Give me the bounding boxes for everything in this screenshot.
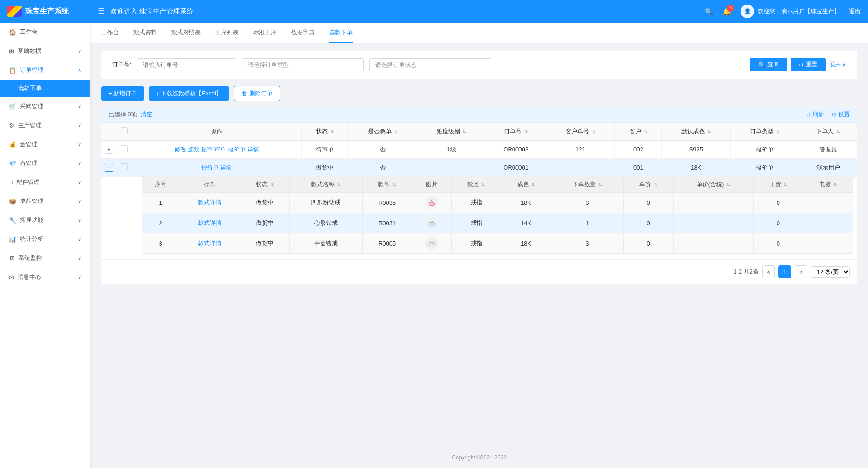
- row1-action-detail[interactable]: 详情: [247, 146, 259, 153]
- row1-action-select[interactable]: 选款: [188, 146, 199, 153]
- svg-marker-1: [430, 200, 434, 203]
- logout-btn[interactable]: 退出: [849, 7, 861, 15]
- col-customer[interactable]: 客户 ⇅: [615, 123, 662, 141]
- delete-order-button[interactable]: 🗑 删除订单: [234, 86, 280, 101]
- order-no-input[interactable]: [137, 58, 236, 71]
- sidebar-item-messages[interactable]: ✉ 消息中心 ∨: [0, 268, 90, 287]
- col-color[interactable]: 默认成色 ⇅: [662, 123, 731, 141]
- sub-row1-style-name: 四爪粉钻戒: [290, 193, 363, 213]
- tab-data-dict[interactable]: 数据字典: [291, 23, 315, 43]
- order-status-select[interactable]: 请选择订单状态: [369, 58, 491, 71]
- clear-selection-btn[interactable]: 清空: [141, 110, 152, 118]
- sidebar-item-parts[interactable]: □ 配件管理 ∨: [0, 173, 90, 192]
- add-order-button[interactable]: + 新增订单: [101, 86, 144, 101]
- row2-expand-cell: −: [101, 159, 117, 177]
- header-menu-icon[interactable]: ☰: [98, 6, 105, 16]
- toolbar-right: ↺ 刷新 ⚙ 设置: [806, 110, 850, 118]
- header-title: 欢迎进入 珠宝生产管理系统: [110, 7, 704, 16]
- sub-col-electroplating[interactable]: 电镀 ⇅: [803, 177, 853, 193]
- tab-process-list[interactable]: 工序列表: [215, 23, 239, 43]
- expand-button[interactable]: 展开 ∨: [829, 58, 846, 71]
- sidebar-item-order[interactable]: 📋 订单管理 ∧: [0, 61, 90, 80]
- row2-action-quote[interactable]: 报价单: [201, 164, 219, 171]
- row1-action-modify[interactable]: 修改: [175, 146, 186, 153]
- sidebar-label-parts: 配件管理: [16, 178, 40, 186]
- tab-standard-process[interactable]: 标准工序: [253, 23, 277, 43]
- parts-icon: □: [9, 179, 13, 186]
- row1-action-submit[interactable]: 提审: [201, 146, 213, 153]
- sub-col-color[interactable]: 成色 ⇅: [501, 177, 551, 193]
- sub-row1-style-detail-btn[interactable]: 款式详情: [198, 199, 222, 206]
- sidebar-item-stats[interactable]: 📊 统计分析 ∨: [0, 230, 90, 249]
- sub-row1-unit-price-tax: [673, 193, 753, 213]
- prev-page-btn[interactable]: <: [762, 265, 775, 278]
- col-customer-no[interactable]: 客户单号 ⇅: [546, 123, 615, 141]
- settings-button[interactable]: ⚙ 设置: [831, 110, 850, 118]
- col-urgent[interactable]: 是否急单 ⇅: [349, 123, 417, 141]
- row1-order-type: 报价单: [731, 141, 799, 159]
- header-right: 🔍 🔔 5 👤 欢迎您，演示用户【珠宝生产】 退出: [704, 5, 861, 18]
- sub-col-fee[interactable]: 工费 ⇅: [753, 177, 803, 193]
- sidebar-item-finished[interactable]: 📦 成品管理 ∨: [0, 192, 90, 211]
- sidebar-item-finance[interactable]: 💰 金管理 ∨: [0, 135, 90, 154]
- chevron-down-icon6: ∨: [78, 180, 81, 185]
- sidebar-item-basic[interactable]: ⊞ 基础数据 ∨: [0, 42, 90, 61]
- page-size-select[interactable]: 12 条/页 20 条/页 50 条/页: [811, 266, 850, 278]
- sub-col-quantity[interactable]: 下单数量 ⇅: [551, 177, 624, 193]
- sidebar-item-purchase[interactable]: 🛒 采购管理 ∨: [0, 97, 90, 116]
- search-icon[interactable]: 🔍: [704, 7, 713, 16]
- tab-workbench[interactable]: 工作台: [101, 23, 119, 43]
- sidebar-item-monitor[interactable]: 🖥 系统监控 ∨: [0, 249, 90, 268]
- col-order-no[interactable]: 订单号 ⇅: [486, 123, 546, 141]
- sidebar-item-select-order[interactable]: 选款下单: [0, 80, 90, 97]
- tab-style-match[interactable]: 款式对照表: [171, 23, 201, 43]
- tab-select-order[interactable]: 选款下单: [329, 23, 353, 43]
- sub-row3-style-detail-btn[interactable]: 款式详情: [198, 240, 222, 246]
- sidebar-item-workbench[interactable]: 🏠 工作台: [0, 23, 90, 42]
- sub-col-style-no[interactable]: 款号 ⇅: [362, 177, 412, 193]
- row1-action-review[interactable]: 审单: [214, 146, 226, 153]
- table-header-row: 操作 状态 ⇅ 是否急单 ⇅ 难度级别 ⇅ 订单号 ⇅ 客户单号 ⇅ 客户 ⇅ …: [101, 123, 857, 141]
- sidebar-item-expand[interactable]: 🔧 拓展功能 ∨: [0, 211, 90, 230]
- col-orderer[interactable]: 下单人 ⇅: [799, 123, 857, 141]
- row1-action-quote[interactable]: 报价单: [228, 146, 245, 153]
- select-all-checkbox[interactable]: [121, 127, 128, 134]
- download-template-button[interactable]: ↓ 下载选款模板【Excel】: [149, 86, 229, 101]
- order-type-select[interactable]: 请选择订单类型: [242, 58, 364, 71]
- sub-row1-electroplating: [803, 193, 853, 213]
- row2-expand-btn[interactable]: −: [105, 164, 113, 172]
- sub-col-unit-price-tax[interactable]: 单价(含税) ⇅: [673, 177, 753, 193]
- sub-row2-action: 款式详情: [179, 213, 240, 233]
- sub-row2-style-detail-btn[interactable]: 款式详情: [198, 219, 222, 226]
- table-row: − 报价单 详情 做货中 否: [101, 159, 857, 177]
- row2-checkbox[interactable]: [121, 163, 128, 170]
- sub-col-category[interactable]: 款类 ⇅: [452, 177, 501, 193]
- col-difficulty[interactable]: 难度级别 ⇅: [417, 123, 486, 141]
- query-button[interactable]: 🔍 查询: [750, 58, 787, 71]
- sidebar-item-stone[interactable]: 💎 石管理 ∨: [0, 154, 90, 173]
- table-row: + 修改 选款 提审: [101, 141, 857, 159]
- table-toolbar: 已选择 0项 清空 ↺ 刷新 ⚙ 设置: [101, 107, 857, 123]
- current-page-btn[interactable]: 1: [778, 265, 791, 278]
- next-page-btn[interactable]: >: [795, 265, 807, 278]
- sub-row3-fee: 0: [753, 233, 803, 254]
- row1-checkbox[interactable]: [121, 145, 128, 152]
- col-status[interactable]: 状态 ⇅: [302, 123, 349, 141]
- sub-table-row: 3 款式详情 做货中 半圆镶戒 R0005: [142, 233, 853, 254]
- refresh-button[interactable]: ↺ 刷新: [806, 110, 824, 118]
- sub-col-status[interactable]: 状态 ⇅: [240, 177, 290, 193]
- layout: 🏠 工作台 ⊞ 基础数据 ∨ 📋 订单管理 ∧ 选款下单 🛒 采购管理 ∨ ⚙ …: [0, 0, 868, 468]
- messages-icon: ✉: [9, 274, 14, 281]
- sidebar-item-production[interactable]: ⚙ 生产管理 ∨: [0, 116, 90, 135]
- sub-col-unit-price[interactable]: 单价 ⇅: [623, 177, 673, 193]
- copyright-text: Copyright ©2021-2023: [452, 454, 507, 461]
- col-order-type[interactable]: 订单类型 ⇅: [731, 123, 799, 141]
- row1-expand-btn[interactable]: +: [105, 146, 113, 154]
- search-icon2: 🔍: [758, 61, 765, 68]
- tab-style-data[interactable]: 款式资料: [133, 23, 157, 43]
- row2-action-detail[interactable]: 详情: [220, 164, 232, 171]
- sub-col-style-name[interactable]: 款式名称 ⇅: [290, 177, 363, 193]
- sidebar-label-purchase: 采购管理: [20, 102, 43, 110]
- chevron-down-icon2: ∨: [78, 104, 81, 109]
- reset-button[interactable]: ↺ 重置: [791, 58, 826, 71]
